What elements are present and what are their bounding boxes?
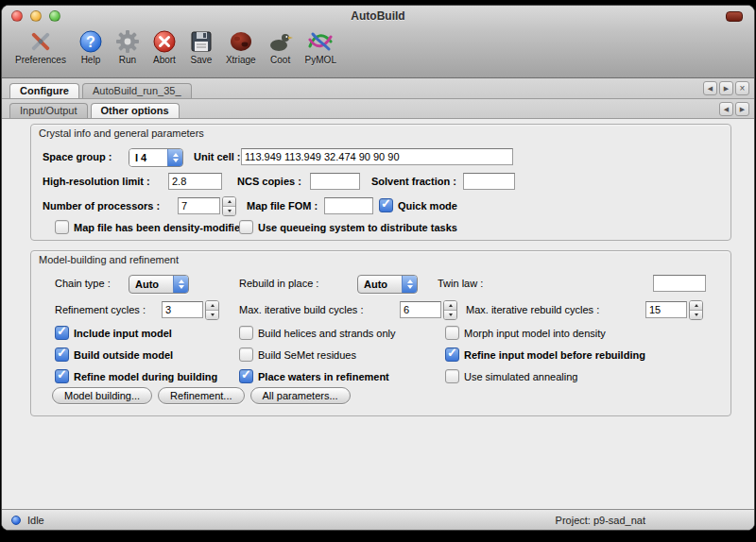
ncs-copies-input[interactable] [310,173,360,190]
svg-text:?: ? [86,34,95,50]
tab-scroll-left-button[interactable] [703,81,717,95]
max-rebuild-cycles-stepper[interactable] [689,300,703,320]
processors-stepper[interactable] [222,196,236,216]
refine-during-checkbox[interactable]: Refine model during building [55,369,217,383]
simulated-annealing-checkbox[interactable]: Use simulated annealing [445,369,577,383]
checkbox-icon [239,347,253,362]
autobuild-window: AutoBuild Preferences [1,5,755,531]
status-indicator-icon [11,516,21,525]
refinement-button[interactable]: Refinement... [158,387,244,404]
window-title: AutoBuild [2,9,754,23]
preferences-button[interactable]: Preferences [11,28,70,65]
build-outside-checkbox[interactable]: Build outside model [55,347,173,362]
tab-configure[interactable]: Configure [9,83,79,98]
high-res-input[interactable] [168,173,222,190]
processors-input[interactable] [178,197,220,214]
groupbox-title: Model-building and refinement [39,254,179,265]
checkbox-label: Quick mode [398,200,457,212]
xtriage-icon [229,28,253,55]
refine-before-checkbox[interactable]: Refine input model before rebuilding [445,347,645,362]
save-icon [189,28,214,55]
twin-law-input[interactable] [653,275,706,292]
checkbox-label: Morph input model into density [464,328,606,339]
map-fom-label: Map file FOM : [247,200,318,212]
morph-model-checkbox[interactable]: Morph input model into density [445,326,606,340]
include-input-model-checkbox[interactable]: Include input model [55,326,172,340]
build-semet-checkbox[interactable]: Build SeMet residues [239,347,356,362]
checkbox-label: Use simulated annealing [464,371,577,382]
model-building-button[interactable]: Model building... [52,387,152,404]
stepper-up-button[interactable] [690,301,702,311]
stepper-down-button[interactable] [690,311,702,319]
stepper-up-button[interactable] [223,197,235,207]
toolbar-label: Abort [153,55,176,65]
refinement-cycles-stepper[interactable] [205,300,219,320]
refinement-cycles-input[interactable] [162,301,203,318]
tab-scroll-right-button[interactable] [719,81,733,95]
titlebar[interactable]: AutoBuild [2,6,754,26]
queueing-checkbox[interactable]: Use queueing system to distribute tasks [239,220,457,234]
solvent-fraction-label: Solvent fraction : [371,176,456,187]
coot-button[interactable]: Coot [265,28,297,65]
checkbox-label: Refine input model before rebuilding [464,349,645,361]
max-build-cycles-label: Max. iterative build cycles : [239,304,363,315]
checkbox-label: Map file has been density-modified [74,222,247,233]
quick-mode-checkbox[interactable]: Quick mode [379,198,457,212]
place-waters-checkbox[interactable]: Place waters in refinement [239,369,389,383]
sub-tab-nav-controls [719,102,749,116]
groupbox-title: Crystal info and general parameters [39,127,204,139]
density-modified-checkbox[interactable]: Map file has been density-modified [55,220,247,234]
max-rebuild-cycles-input[interactable] [645,301,687,318]
chain-type-label: Chain type : [55,278,111,289]
titlebar-widget-icon[interactable] [726,11,743,22]
map-fom-input[interactable] [324,197,373,214]
tab-input-output[interactable]: Input/Output [9,103,88,118]
abort-button[interactable]: Abort [148,28,180,65]
build-helices-checkbox[interactable]: Build helices and strands only [239,326,396,340]
checkbox-icon [55,369,69,383]
space-group-select[interactable]: I 4 [129,148,183,167]
checkbox-label: Build helices and strands only [258,328,396,339]
processors-label: Number of processors : [43,200,160,212]
unit-cell-input[interactable] [241,148,513,165]
max-rebuild-cycles-label: Max. iterative rebuild cycles : [466,304,599,315]
stepper-up-button[interactable] [206,301,218,311]
tab-autobuild-run[interactable]: AutoBuild_run_35_ [82,83,192,98]
stepper-down-button[interactable] [444,311,456,319]
solvent-fraction-input[interactable] [463,173,515,190]
tab-close-button[interactable] [735,81,749,95]
toolbar-label: Coot [270,55,290,65]
window-header: AutoBuild Preferences [2,6,754,78]
stepper-up-button[interactable] [444,301,456,311]
all-parameters-button[interactable]: All parameters... [250,387,351,404]
checkbox-icon [55,347,69,362]
max-build-cycles-input[interactable] [400,301,441,318]
pymol-button[interactable]: PyMOL [301,28,340,65]
high-res-label: High-resolution limit : [43,176,150,187]
stepper-down-button[interactable] [223,207,235,215]
save-button[interactable]: Save [185,28,217,65]
sub-tab-scroll-right-button[interactable] [735,102,749,116]
options-panel: Crystal info and general parameters Spac… [2,119,754,509]
coot-icon [268,28,293,55]
stepper-down-button[interactable] [206,311,218,319]
tab-label: Configure [20,85,69,96]
rebuild-in-place-select[interactable]: Auto [357,275,418,294]
sub-tab-scroll-left-button[interactable] [719,102,733,116]
checkbox-icon [239,220,253,234]
checkbox-icon [379,198,393,212]
help-button[interactable]: ? Help [75,28,107,65]
model-building-groupbox: Model-building and refinement Chain type… [30,250,731,416]
crystal-info-groupbox: Crystal info and general parameters Spac… [30,124,731,241]
tab-other-options[interactable]: Other options [91,103,180,118]
tab-nav-controls [703,81,749,95]
run-button[interactable]: Run [112,28,144,65]
run-icon [115,28,140,55]
max-build-cycles-stepper[interactable] [443,300,457,320]
help-icon: ? [78,28,103,55]
chain-type-select[interactable]: Auto [129,275,189,294]
checkbox-icon [445,369,459,383]
xtriage-button[interactable]: Xtriage [222,28,260,65]
checkbox-label: Include input model [74,328,172,339]
project-label: Project: p9-sad_nat [556,515,645,526]
